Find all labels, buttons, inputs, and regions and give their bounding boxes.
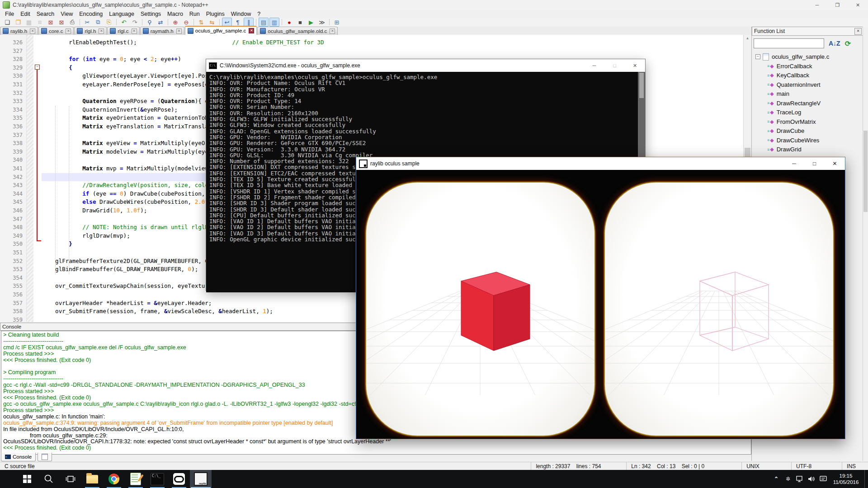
hidden-icons-chevron[interactable]: ⌃ [770,470,782,488]
tab-raylib.h[interactable]: raylib.h✕ [0,27,38,35]
tree-collapse-icon[interactable]: − [755,54,760,59]
close-file-button[interactable]: ⊠ [46,18,56,27]
tab-close-icon[interactable]: ✕ [99,28,104,34]
sync-vertical-button[interactable]: ⇅ [196,18,206,27]
npp-maximize-button[interactable]: ❐ [827,0,848,10]
menu-item-macro[interactable]: Macro [164,10,186,18]
paste-button[interactable]: ⎘ [104,18,114,27]
tab-oculus_glfw_sample.c[interactable]: oculus_glfw_sample.c✕ [185,26,257,35]
print-button[interactable]: ⎙ [67,18,77,27]
record-macro-button[interactable]: ● [284,18,294,27]
zoom-in-button[interactable]: ⊕ [170,18,180,27]
menu-item-run[interactable]: Run [186,10,203,18]
tab-close-icon[interactable]: ✕ [66,28,71,34]
action-center-icon[interactable] [817,470,829,488]
cmd-minimize-button[interactable]: ─ [584,59,604,72]
raylib-titlebar[interactable]: raylib oculus sample ─ □ ✕ [356,157,845,170]
volume-icon[interactable] [806,470,817,488]
function-list-item-DrawCubeWires[interactable]: ≡◆DrawCubeWires [752,136,863,145]
undo-button[interactable]: ↶ [119,18,129,27]
tab-close-icon[interactable]: ✕ [30,28,35,34]
taskbar-search-button[interactable] [38,470,60,488]
sort-az-icon[interactable]: A↓Z [829,40,840,47]
function-list-toggle-button[interactable]: ▤ [259,18,269,27]
replace-button[interactable]: ⇄ [156,18,165,27]
taskbar-item-cmd[interactable]: C:\_ [146,470,168,488]
cmd-maximize-button[interactable]: □ [604,59,625,72]
taskbar-item-raylib[interactable] [190,470,212,488]
function-list-item-ErrorCallback[interactable]: ≡◆ErrorCallback [752,61,863,71]
defender-icon[interactable]: ✲ [782,470,794,488]
close-all-button[interactable]: ⊠ [57,18,66,27]
copy-button[interactable]: ⧉ [93,18,103,27]
function-list-item-KeyCallback[interactable]: ≡◆KeyCallback [752,71,863,80]
fold-collapse-icon[interactable]: − [35,65,40,70]
menu-item-search[interactable]: Search [33,10,58,18]
doc-switcher-button[interactable]: ⊞ [332,18,342,27]
menu-item-encoding[interactable]: Encoding [76,10,106,18]
function-list-item-TraceLog[interactable]: ≡◆TraceLog [752,108,863,117]
cmd-scrollbar-thumb[interactable] [639,73,644,98]
raylib-minimize-button[interactable]: ─ [784,157,804,170]
show-desktop-button[interactable] [864,470,868,488]
indent-guide-button[interactable]: ∥ [244,18,254,27]
word-wrap-button[interactable]: ↩ [222,18,232,27]
function-list-scrollbar-thumb[interactable] [863,131,868,212]
console-tab[interactable]: > Console [1,453,36,461]
menu-item-window[interactable]: Window [228,10,254,18]
function-list-item-DrawRectangleV[interactable]: ≡◆DrawRectangleV [752,99,863,108]
scrollbar-up-arrow-icon[interactable]: ▲ [744,35,751,42]
tab-close-icon[interactable]: ✕ [330,28,335,34]
tab-core.c[interactable]: core.c✕ [38,27,74,35]
tab-oculus_glfw_sample.old.c[interactable]: oculus_glfw_sample.old.c✕ [257,27,338,35]
run-macro-multiple-button[interactable]: ≫ [317,18,327,27]
cut-button[interactable]: ✂ [82,18,92,27]
menu-item-settings[interactable]: Settings [137,10,164,18]
redo-button[interactable]: ↷ [130,18,140,27]
tab-rlgl.h[interactable]: rlgl.h✕ [74,27,107,35]
taskbar-item-oculus[interactable] [168,470,190,488]
play-macro-button[interactable]: ▶ [306,18,316,27]
taskbar-item-chrome[interactable] [103,470,125,488]
npp-minimize-button[interactable]: ─ [807,0,827,10]
function-list-close-icon[interactable]: ✕ [854,28,862,35]
sync-horizontal-button[interactable]: ⇆ [207,18,217,27]
menu-item-edit[interactable]: Edit [17,10,33,18]
function-list-root[interactable]: −oculus_glfw_sample.c [752,52,863,61]
stop-macro-button[interactable]: ■ [295,18,305,27]
find-button[interactable]: ⚲ [145,18,155,27]
taskbar-item-notepad-plus-plus[interactable] [125,470,146,488]
function-list-item-DrawGrid[interactable]: ≡◆DrawGrid [752,145,863,155]
menu-item-view[interactable]: View [57,10,76,18]
save-button[interactable]: ▦ [24,18,34,27]
menu-item-help[interactable]: ? [254,10,264,18]
taskbar-item-file-explorer[interactable] [81,470,103,488]
npp-close-button[interactable]: ✕ [848,0,868,10]
zoom-out-button[interactable]: ⊖ [181,18,191,27]
tab-close-icon[interactable]: ✕ [176,28,182,34]
document-map-button[interactable]: ▥ [269,18,279,27]
cmd-titlebar[interactable]: C:\ C:\Windows\System32\cmd.exe - oculus… [206,59,645,72]
menu-item-plugins[interactable]: Plugins [203,10,228,18]
npp-titlebar[interactable]: C:\raylib\raylib\examples\oculus_glfw_sa… [0,0,868,10]
tab-rlgl.c[interactable]: rlgl.c✕ [107,27,139,35]
task-view-button[interactable] [60,470,81,488]
function-list-item-FromOvrMatrix[interactable]: ≡◆FromOvrMatrix [752,117,863,127]
function-list-item-main[interactable]: ≡◆main [752,89,863,99]
refresh-icon[interactable]: ⟳ [845,39,851,48]
raylib-close-button[interactable]: ✕ [825,157,845,170]
function-list-item-DrawCube[interactable]: ≡◆DrawCube [752,127,863,136]
start-button[interactable] [16,470,38,488]
cmd-close-button[interactable]: ✕ [625,59,645,72]
tab-raymath.h[interactable]: raymath.h✕ [140,27,184,35]
save-all-button[interactable]: ⧈ [35,18,45,27]
function-list-search-input[interactable] [754,38,824,48]
taskbar-clock[interactable]: 19:15 11/05/2016 [829,473,864,485]
function-list-item-QuaternionInvert[interactable]: ≡◆QuaternionInvert [752,80,863,89]
open-file-button[interactable]: ❐ [13,18,23,27]
tab-close-icon[interactable]: ✕ [249,28,254,33]
menu-item-file[interactable]: File [2,10,17,18]
menu-item-language[interactable]: Language [106,10,137,18]
function-list-scrollbar[interactable] [863,27,868,461]
tab-close-icon[interactable]: ✕ [132,28,137,34]
